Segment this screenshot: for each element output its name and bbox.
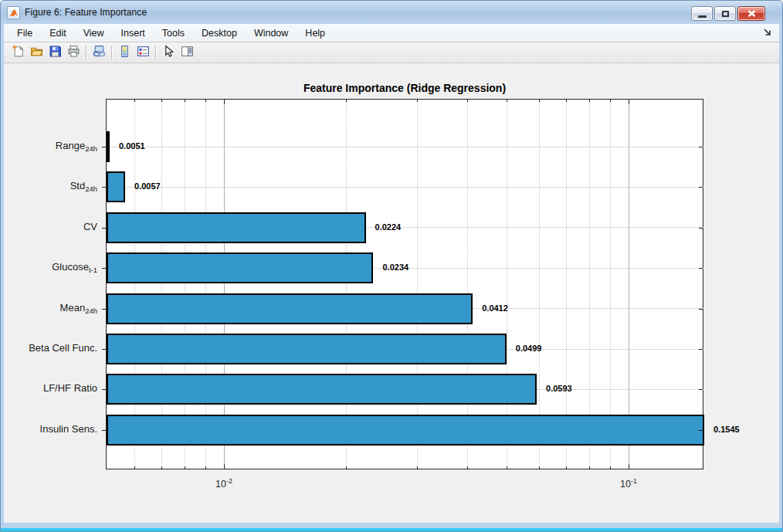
y-tick (699, 147, 703, 147)
minimize-icon (698, 15, 707, 18)
grid-line-major (224, 100, 225, 469)
matlab-logo-icon (7, 6, 20, 19)
print-figure-button[interactable] (64, 44, 83, 61)
toolbar-separator (155, 46, 156, 59)
toolbar-separator (111, 46, 112, 59)
x-minor-tick (417, 100, 418, 102)
y-tick (699, 389, 703, 390)
y-axis-category-label: Std24h (11, 180, 97, 193)
x-major-tick (629, 464, 629, 469)
menu-tools[interactable]: Tools (154, 25, 193, 41)
grid-line-minor (346, 100, 347, 469)
bar (107, 131, 110, 162)
x-minor-tick (346, 466, 347, 469)
bar (107, 374, 537, 405)
y-tick (102, 268, 106, 269)
x-major-tick (224, 100, 225, 104)
grid-line-minor (467, 100, 468, 469)
grid-line-minor (589, 100, 590, 469)
x-minor-tick (507, 100, 507, 102)
grid-line-minor (566, 100, 567, 469)
grid-line-minor (134, 100, 135, 469)
y-axis-category-label: Beta Cell Func. (11, 342, 97, 354)
window-bottom-edge (1, 528, 782, 531)
save-figure-button[interactable] (46, 44, 64, 61)
restore-icon (722, 11, 729, 17)
x-tick-label: 10-1 (605, 477, 652, 490)
y-tick (699, 187, 703, 188)
y-tick (699, 309, 703, 310)
edit-plot-button[interactable] (159, 44, 178, 61)
show-plot-tools-icon (181, 45, 194, 61)
y-tick (102, 187, 106, 188)
x-minor-tick (185, 100, 185, 102)
y-axis-category-label: Mean24h (11, 302, 97, 315)
bar-value-label: 0.0234 (382, 263, 408, 272)
y-tick (102, 430, 106, 431)
bar (107, 212, 366, 243)
x-minor-tick (507, 466, 507, 469)
x-minor-tick (539, 466, 540, 469)
open-file-button[interactable] (27, 44, 46, 61)
plot-area: 10-210-10.0051Range24h0.0057Std24h0.0224… (106, 99, 703, 469)
grid-line-minor (610, 100, 611, 469)
y-tick (102, 349, 106, 350)
menu-file[interactable]: File (8, 25, 41, 41)
y-tick (102, 309, 106, 310)
insert-colorbar-button[interactable] (115, 44, 134, 61)
grid-line-major (629, 100, 629, 469)
bar (107, 334, 507, 364)
x-major-tick (224, 464, 225, 469)
y-tick (699, 349, 703, 350)
menu-window[interactable]: Window (246, 25, 297, 41)
y-tick (102, 228, 106, 229)
figure-canvas: Feature Importance (Ridge Regression) 10… (4, 63, 779, 523)
toolbar-separator (86, 46, 86, 59)
menu-help[interactable]: Help (297, 25, 334, 41)
bar (107, 252, 373, 283)
x-minor-tick (467, 100, 468, 102)
bar-value-label: 0.0224 (375, 222, 402, 232)
show-plot-tools-button[interactable] (178, 44, 196, 61)
window-bottom-frame (1, 523, 782, 528)
x-minor-tick (566, 466, 567, 469)
x-minor-tick (610, 466, 611, 469)
x-minor-tick (610, 100, 611, 102)
dock-arrow-icon[interactable] (762, 27, 773, 38)
y-tick (699, 430, 703, 431)
y-tick (102, 147, 106, 147)
open-file-icon (30, 45, 43, 61)
x-minor-tick (161, 100, 162, 102)
y-tick (102, 389, 106, 390)
menu-desktop[interactable]: Desktop (193, 25, 246, 41)
title-bar[interactable]: Figure 6: Feature Importance (1, 1, 782, 24)
x-minor-tick (205, 466, 206, 469)
new-figure-icon (12, 45, 25, 61)
link-plot-button[interactable] (90, 44, 108, 61)
print-figure-icon (67, 45, 80, 61)
window-controls (691, 6, 765, 21)
menu-bar: FileEditViewInsertToolsDesktopWindowHelp (4, 24, 779, 42)
bar-value-label: 0.1545 (714, 425, 740, 434)
grid-line-horizontal (107, 147, 704, 147)
new-figure-button[interactable] (8, 44, 27, 61)
minimize-button[interactable] (691, 6, 713, 21)
y-axis-category-label: CV (11, 221, 97, 232)
bar-value-label: 0.0057 (134, 181, 161, 191)
figure-toolbar (4, 42, 779, 63)
grid-line-minor (185, 100, 185, 469)
bar-value-label: 0.0412 (482, 303, 508, 313)
menu-edit[interactable]: Edit (41, 25, 75, 41)
restore-button[interactable] (714, 6, 736, 21)
menu-insert[interactable]: Insert (113, 25, 154, 41)
insert-legend-button[interactable] (134, 44, 152, 61)
chart-title: Feature Importance (Ridge Regression) (106, 82, 703, 94)
x-minor-tick (205, 100, 206, 102)
x-minor-tick (589, 100, 590, 102)
close-button[interactable] (737, 6, 765, 21)
y-axis-category-label: Insulin Sens. (11, 423, 97, 435)
menu-view[interactable]: View (75, 25, 113, 41)
x-minor-tick (467, 466, 468, 469)
grid-line-minor (205, 100, 206, 469)
x-tick-label: 10-2 (201, 477, 247, 490)
